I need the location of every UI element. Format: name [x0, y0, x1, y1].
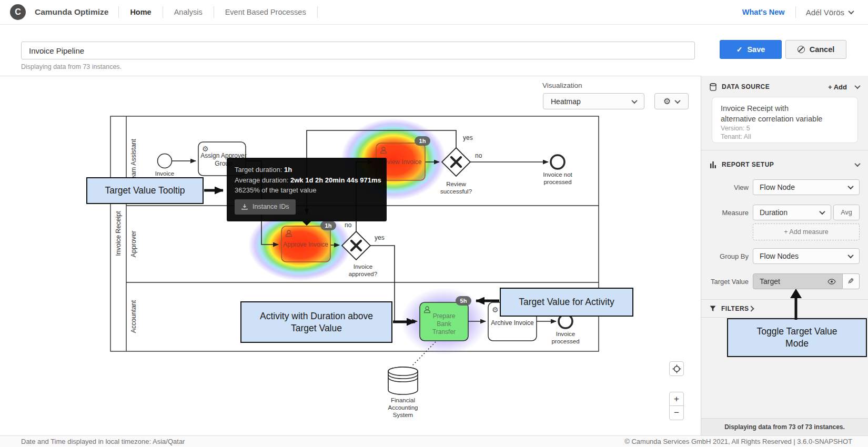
callout-target-value-tooltip: Target Value Tooltip	[86, 177, 204, 204]
start-event-label: Invoice	[155, 170, 174, 177]
visualization-select[interactable]: Heatmap	[543, 93, 644, 109]
tooltip-caret	[302, 221, 311, 226]
datastore-label: Financial	[391, 397, 415, 403]
process-name: alternative correlation variable	[721, 114, 849, 124]
gateway-label: Review	[446, 181, 466, 187]
target-value-row: Target Value Target	[710, 273, 860, 289]
section-divider	[701, 150, 868, 150]
reset-viewport-button[interactable]	[669, 361, 684, 376]
report-config-sidebar: DATA SOURCE + Add Invoice Receipt with a…	[701, 76, 868, 435]
chart-settings-button[interactable]	[654, 93, 689, 109]
database-icon	[710, 83, 716, 91]
report-setup-header: REPORT SETUP	[710, 158, 860, 171]
data-source-title: DATA SOURCE	[722, 83, 770, 90]
add-data-source-button[interactable]: + Add	[828, 83, 847, 91]
view-label: View	[710, 184, 749, 191]
nav-item-event-based-processes[interactable]: Event Based Processes	[225, 8, 306, 16]
filters-title: FILTERS	[721, 305, 749, 312]
flow-label-yes: yes	[463, 134, 473, 141]
target-value-toggle[interactable]: Target	[753, 273, 843, 289]
measure-select[interactable]: Duration	[753, 205, 831, 220]
lane-label-approver: Approver	[130, 231, 137, 258]
chevron-down-icon	[847, 184, 853, 189]
end-event-label: Invoice not	[543, 171, 572, 178]
zoom-in-button[interactable]: +	[669, 392, 684, 407]
download-icon	[241, 204, 248, 210]
add-measure-button[interactable]: + Add measure	[753, 224, 860, 240]
edit-target-value-button[interactable]	[843, 273, 860, 289]
svg-text:1h: 1h	[325, 222, 332, 229]
end-event-label: processed	[551, 338, 579, 344]
start-event-invoice[interactable]	[158, 154, 172, 168]
crosshair-icon	[672, 364, 681, 373]
data-source-card[interactable]: Invoice Receipt with alternative correla…	[712, 97, 858, 143]
nav-separator	[214, 6, 214, 18]
chevron-down-icon	[819, 209, 825, 215]
whats-new-link[interactable]: What's New	[742, 8, 785, 16]
task-label: Transfer	[432, 328, 456, 336]
process-version: Version: 5	[721, 124, 849, 133]
chevron-down-icon	[631, 97, 637, 103]
datastore-label: Accounting	[388, 404, 418, 411]
user-name: Adél Vörös	[806, 8, 844, 17]
view-row: View Flow Node	[710, 179, 860, 195]
copyright-note: © Camunda Services GmbH 2021, All Rights…	[624, 438, 852, 445]
target-duration-badge-prepare: 5h	[456, 296, 471, 306]
zoom-out-button[interactable]: −	[669, 405, 684, 420]
camunda-logo-icon: C	[10, 4, 26, 20]
chevron-down-icon[interactable]	[854, 83, 860, 89]
datastore-financial-accounting-system[interactable]	[388, 367, 418, 394]
task-label: Bank	[437, 320, 451, 328]
gateway-review-successful[interactable]	[442, 148, 470, 176]
callout-arrow-toggle	[784, 288, 808, 320]
measure-row: Measure Duration Avg	[710, 205, 860, 220]
filter-icon	[710, 306, 716, 312]
nav-separator	[118, 6, 119, 18]
nav-item-home[interactable]: Home	[130, 8, 151, 16]
lane-label-accountant: Accountant	[130, 300, 137, 333]
target-value-label: Target Value	[710, 278, 749, 286]
flow-label-no: no	[475, 152, 482, 159]
gateway-label: successful?	[440, 188, 472, 195]
view-select[interactable]: Flow Node	[753, 179, 860, 195]
end-event-label: processed	[543, 179, 571, 185]
gear-icon: ⚙	[492, 306, 499, 314]
svg-text:1h: 1h	[419, 138, 426, 144]
user-menu[interactable]: Adél Vörös	[806, 8, 853, 17]
nav-separator	[163, 6, 163, 18]
chevron-down-icon[interactable]	[854, 161, 860, 167]
top-nav: C Camunda Optimize Home Analysis Event B…	[0, 0, 868, 25]
end-event-invoice-not-processed[interactable]	[551, 155, 564, 169]
process-name: Invoice Receipt with	[721, 103, 849, 114]
target-duration-badge-review: 1h	[415, 136, 430, 146]
app-footer: Date and Time displayed in local timezon…	[0, 435, 868, 447]
chevron-down-icon	[675, 97, 681, 103]
nav-separator	[317, 6, 318, 18]
visualization-label: Visualization	[542, 82, 582, 89]
end-event-label: Invoice	[556, 331, 575, 337]
gear-icon	[663, 96, 671, 106]
tooltip-percent-line: 36235% of the target value	[235, 185, 379, 196]
callout-target-value-for-activity: Target Value for Activity	[500, 288, 633, 317]
target-value-tooltip: Target duration: 1h Average duration: 2w…	[227, 158, 387, 221]
group-by-select[interactable]: Flow Nodes	[753, 248, 860, 264]
task-label: Approve Invoice	[283, 241, 328, 248]
lane-label-team-assistant: Team Assistant	[130, 138, 137, 183]
nav-separator	[795, 6, 796, 18]
aggregation-button[interactable]: Avg	[833, 205, 860, 220]
instance-ids-button[interactable]: Instance IDs	[235, 199, 296, 215]
tooltip-average-line: Average duration: 2wk 1d 2h 20min 44s 97…	[235, 175, 379, 186]
task-label: Archive Invoice	[491, 319, 534, 327]
sidebar-instances-note: Displaying data from 73 of 73 instances.	[701, 418, 868, 435]
add-measure-row: + Add measure	[710, 224, 860, 240]
report-setup-title: REPORT SETUP	[722, 161, 774, 168]
eye-icon	[827, 279, 836, 285]
svg-text:5h: 5h	[460, 298, 467, 304]
group-by-label: Group By	[710, 252, 749, 260]
pool-label: Invoice Receipt	[115, 211, 122, 256]
bar-chart-icon	[710, 161, 716, 168]
chevron-right-icon	[748, 306, 754, 311]
data-source-header: DATA SOURCE + Add	[710, 80, 860, 94]
nav-item-analysis[interactable]: Analysis	[174, 8, 203, 16]
chevron-down-icon	[847, 252, 853, 258]
